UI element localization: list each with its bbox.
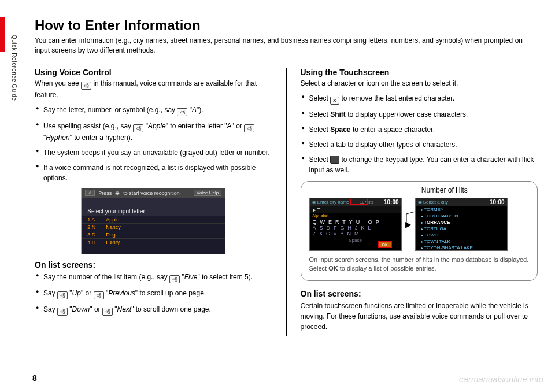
ok-button-highlight: OK [378,241,392,248]
list-heading: On list screens: [35,260,272,269]
city-row: TOWN TALK [416,238,507,245]
text: to change the keypad type. You can enter… [309,156,534,174]
spoken-word: A [192,106,197,114]
text: Say the letter, number, or symbol (e.g.,… [43,106,177,114]
shot-prompt: Select your input letter [82,206,225,216]
tab-label: Alphabet [313,213,329,217]
text: " [180,273,184,281]
city-row: TORRANCE [416,219,507,225]
voice-icon [81,82,91,90]
voice-screenshot: ⤶ Press ◉ to start voice recognition Voi… [81,188,225,254]
list-heading: On list screens: [301,289,538,298]
touch-sub: Select a character or icon on the screen… [301,78,538,88]
city-row: TOYON-SHASTA LAKE [416,245,507,251]
text: " to enter a hyphen). [70,134,132,142]
figure-caption: On input search screens, the number of h… [309,256,530,273]
side-label: Quick Reference Guide [8,35,17,101]
section-tab [0,17,5,52]
text: Select [309,125,331,134]
text: " [113,305,117,313]
bullet: Say "Up" or "Previous" to scroll up one … [35,288,272,299]
text: "). [197,106,204,114]
voice-icon [169,275,180,283]
city-row: TORTUGA [416,225,507,232]
voice-heading: Using Voice Control [35,68,272,77]
key-label: Space [330,125,350,134]
bullet: Say "Down" or "Next" to scroll down one … [35,304,272,316]
shot-topbar: ⤶ Press ◉ to start voice recognition Voi… [82,188,225,198]
shot-row: 2 NNancy [82,223,225,231]
watermark: carmanualsonline.info [459,374,543,384]
text: " [187,106,192,114]
bullet: Say the letter, number, or symbol (e.g.,… [35,105,272,116]
text: Select a city [423,199,448,205]
keypad-type-icon [330,156,339,164]
text: Select [309,156,331,164]
clock: 10:00 [384,199,399,205]
text: to enter a space character. [351,125,435,134]
text: Say the number of the list item (e.g., s… [43,273,169,281]
clock: 10:00 [490,199,505,205]
text: to display a list of possible entries. [338,265,436,272]
touch-note: Certain touchscreen functions are limite… [301,301,538,332]
voice-help-button: Voice Help [194,190,221,196]
figure-box: Number of Hits ◉ Enter city name 187Hits… [301,181,538,281]
text: to remove the last entered character. [339,94,454,102]
text: to display upper/lower case characters. [346,110,468,119]
bullet: Select to change the keypad type. You ca… [301,154,538,175]
city-row: TOWLE [416,232,507,238]
touch-heading: Using the Touchscreen [301,68,538,77]
bullet: The system beeps if you say an unavailab… [35,147,272,158]
text: " [143,122,148,130]
bullet: Say the number of the list item (e.g., s… [35,272,272,283]
back-button: ⤶ [85,190,95,196]
city-row: TORMEY [416,206,507,213]
figure-label: Number of Hits [309,186,530,197]
voice-icon [133,124,143,132]
key-label: Shift [330,110,346,119]
voice-icon [244,124,254,132]
text: Enter city name [317,199,350,205]
voice-icon [94,291,104,299]
text: " [68,289,72,297]
voice-sub: When you see in this manual, voice comma… [35,78,272,100]
voice-icon [57,291,68,299]
text: Select [309,110,331,119]
delete-key-icon: ✕ [330,97,339,105]
text: Press [98,190,112,196]
shot-row: 4 HHenry [82,238,225,246]
bullet: Use spelling assist (e.g., say "Apple" t… [35,121,272,143]
text: " or [90,305,102,313]
kb-row: ZXCVBNM [313,231,398,236]
text: " to select item 5). [197,273,253,281]
list-screenshot: ◉ Select a city 10:00 TORMEY TORO CANYON… [415,198,508,251]
text: " [68,305,72,313]
text: Select [309,94,331,102]
voice-icon [102,308,113,316]
spoken-word: Apple [148,122,166,130]
bullet: Select ✕ to remove the last entered char… [301,93,538,105]
voice-icon [57,308,68,316]
spoken-word: Hyphen [46,134,69,142]
shot-row: 3 DDog [82,231,225,238]
text: Say [43,305,57,313]
text: to start voice recognition [123,190,180,196]
voice-icon [177,108,187,116]
spoken-word: Down [72,305,90,313]
spoken-word: Up [72,289,81,297]
text: Say [43,289,57,297]
bullet: Select Shift to display upper/lower case… [301,109,538,120]
text: Use spelling assist (e.g., say [43,122,133,130]
text: When you see [35,79,81,87]
hits-highlight [350,199,368,205]
keyboard-screenshot: ◉ Enter city name 187Hits 10:00 ▸ T Alph… [309,198,402,251]
page-title: How to Enter Information [35,17,538,34]
callout-label: Number of Hits [421,186,468,194]
bullet: If a voice command is not recognized, a … [35,162,272,183]
bullet: Select Space to enter a space character. [301,124,538,135]
intro-text: You can enter information (e.g., city na… [35,36,538,56]
spoken-word: Next [117,305,132,313]
text: " or [81,289,94,297]
text: " to scroll up one page. [135,289,206,297]
spoken-word: Previous [108,289,135,297]
